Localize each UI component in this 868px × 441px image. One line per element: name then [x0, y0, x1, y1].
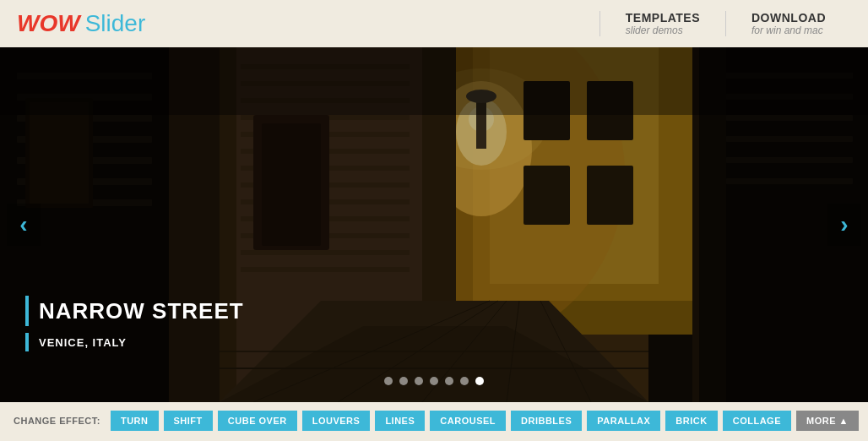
- templates-label: TEMPLATES: [626, 11, 700, 24]
- effect-collage-button[interactable]: COLLAGE: [723, 411, 791, 431]
- dot-7[interactable]: [475, 377, 484, 385]
- dot-6[interactable]: [460, 377, 469, 385]
- prev-arrow[interactable]: ‹: [7, 204, 41, 246]
- effects-label: CHANGE EFFECT:: [14, 416, 100, 426]
- effects-bar: CHANGE EFFECT: TURN SHIFT CUBE OVER LOUV…: [0, 402, 868, 439]
- caption-bar: [25, 296, 29, 326]
- logo-wow: WOW: [17, 10, 80, 37]
- templates-sub: slider demos: [626, 24, 700, 36]
- effect-brick-button[interactable]: BRICK: [665, 411, 717, 431]
- dot-4[interactable]: [430, 377, 438, 385]
- caption-subtitle-row: VENICE, ITALY: [25, 333, 244, 351]
- effect-shift-button[interactable]: SHIFT: [164, 411, 213, 431]
- templates-link[interactable]: TEMPLATES slider demos: [599, 11, 725, 36]
- dot-1[interactable]: [384, 377, 393, 385]
- dot-3[interactable]: [415, 377, 423, 385]
- header: WOW Slider TEMPLATES slider demos DOWNLO…: [0, 0, 868, 47]
- download-link[interactable]: DOWNLOAD for win and mac: [725, 11, 851, 36]
- next-arrow-icon: ›: [840, 211, 848, 238]
- effect-cube-over-button[interactable]: CUBE OVER: [218, 411, 297, 431]
- effect-parallax-button[interactable]: PARALLAX: [587, 411, 660, 431]
- caption-subtitle: VENICE, ITALY: [39, 336, 127, 349]
- caption: NARROW STREET VENICE, ITALY: [25, 296, 244, 351]
- prev-arrow-icon: ‹: [19, 211, 27, 238]
- caption-title-row: NARROW STREET: [25, 296, 244, 326]
- effect-more-button[interactable]: MORE ▲: [796, 411, 859, 431]
- caption-bar2: [25, 333, 29, 351]
- effect-carousel-button[interactable]: CAROUSEL: [430, 411, 506, 431]
- effect-lines-button[interactable]: LINES: [375, 411, 425, 431]
- effect-louvers-button[interactable]: LOUVERS: [302, 411, 371, 431]
- header-links: TEMPLATES slider demos DOWNLOAD for win …: [599, 11, 851, 36]
- svg-rect-64: [0, 47, 868, 115]
- download-sub: for win and mac: [751, 24, 826, 36]
- download-label: DOWNLOAD: [751, 11, 826, 24]
- slider: ‹ › NARROW STREET VENICE, ITALY: [0, 47, 868, 402]
- dot-5[interactable]: [445, 377, 453, 385]
- logo-slider: Slider: [85, 10, 146, 37]
- slide-dots: [384, 377, 484, 385]
- next-arrow[interactable]: ›: [827, 204, 861, 246]
- effect-dribbles-button[interactable]: DRIBBLES: [511, 411, 582, 431]
- dot-2[interactable]: [399, 377, 408, 385]
- effect-turn-button[interactable]: TURN: [111, 411, 159, 431]
- logo: WOW Slider: [17, 10, 145, 37]
- caption-title: NARROW STREET: [39, 298, 244, 324]
